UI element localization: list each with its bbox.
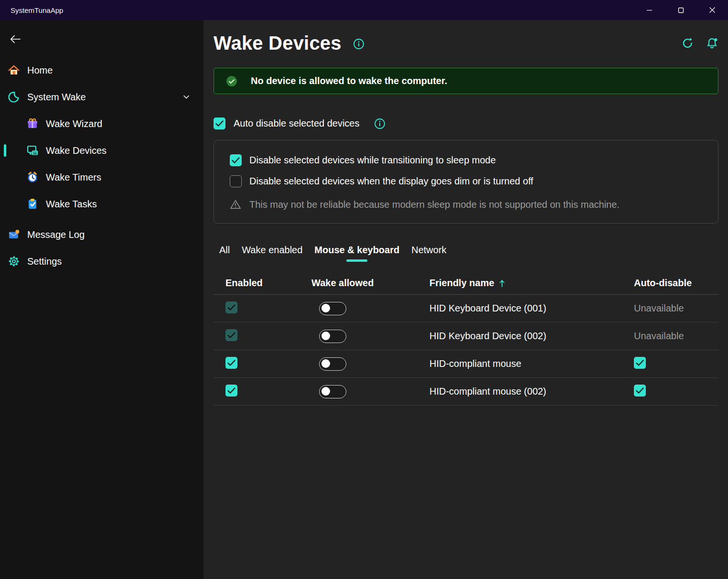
- sidebar-item-label: Wake Timers: [46, 172, 101, 183]
- options-panel: Disable selected devices while transitio…: [214, 140, 718, 224]
- sidebar-item-label: Message Log: [27, 229, 85, 240]
- tab-network[interactable]: Network: [410, 243, 447, 263]
- tab-label: All: [219, 245, 230, 255]
- maximize-icon: [678, 7, 684, 13]
- tab-wake-enabled[interactable]: Wake enabled: [241, 243, 303, 263]
- auto-disable-info-icon[interactable]: [374, 118, 385, 129]
- page-header: Wake Devices: [214, 30, 718, 56]
- table-row: HID-compliant mouse: [214, 350, 718, 378]
- selected-indicator: [4, 144, 6, 157]
- status-banner: No device is allowed to wake the compute…: [214, 68, 718, 94]
- tab-label: Network: [411, 245, 446, 255]
- tab-label: Mouse & keyboard: [314, 245, 399, 255]
- sidebar-item-label: Wake Tasks: [46, 199, 97, 210]
- alarm-clock-icon: [26, 171, 39, 183]
- close-button[interactable]: [696, 0, 728, 20]
- minimize-icon: [646, 7, 653, 13]
- titlebar: SystemTunaApp: [0, 0, 728, 20]
- sleep-mode-checkbox[interactable]: [230, 154, 242, 166]
- enabled-checkbox[interactable]: [225, 301, 237, 313]
- warning-text: This may not be reliable because modern …: [249, 199, 620, 210]
- mail-bell-icon: [8, 228, 20, 241]
- sidebar-item-label: Home: [27, 65, 53, 76]
- sidebar-item-label: Settings: [27, 256, 62, 267]
- sidebar-item-system-wake[interactable]: System Wake: [2, 85, 202, 109]
- wake-allowed-toggle[interactable]: [319, 302, 346, 315]
- option-row-sleep-mode: Disable selected devices while transitio…: [230, 154, 702, 166]
- option-label: Disable selected devices while transitio…: [249, 155, 496, 166]
- warning-row: This may not be reliable because modern …: [230, 199, 702, 210]
- column-header-wake-allowed[interactable]: Wake allowed: [311, 278, 429, 289]
- table-row: HID Keyboard Device (002) Unavailable: [214, 322, 718, 350]
- enabled-checkbox[interactable]: [225, 329, 237, 341]
- back-button[interactable]: [8, 32, 23, 47]
- device-name: HID-compliant mouse: [429, 358, 634, 369]
- sidebar-item-wake-tasks[interactable]: Wake Tasks: [2, 192, 202, 216]
- table-row: HID Keyboard Device (001) Unavailable: [214, 295, 718, 322]
- sidebar-item-home[interactable]: Home: [2, 58, 202, 82]
- column-header-enabled[interactable]: Enabled: [225, 278, 311, 289]
- auto-disable-checkbox[interactable]: [634, 357, 646, 369]
- tab-mouse-keyboard[interactable]: Mouse & keyboard: [313, 243, 400, 263]
- enabled-checkbox[interactable]: [225, 357, 237, 369]
- sidebar-nav: Home System Wake: [0, 58, 203, 273]
- minimize-button[interactable]: [633, 0, 665, 20]
- banner-text: No device is allowed to wake the compute…: [251, 75, 447, 86]
- table-row: HID-compliant mouse (002): [214, 378, 718, 406]
- notifications-bell-icon[interactable]: [706, 37, 718, 50]
- auto-disable-label: Auto disable selected devices: [234, 118, 360, 129]
- auto-disable-status: Unavailable: [634, 331, 718, 342]
- auto-disable-checkbox[interactable]: [214, 118, 225, 129]
- auto-disable-status: Unavailable: [634, 303, 718, 314]
- moon-icon: [8, 91, 20, 103]
- tab-label: Wake enabled: [242, 245, 302, 255]
- device-name: HID-compliant mouse (002): [429, 386, 634, 397]
- sort-ascending-icon: [498, 279, 506, 288]
- home-icon: [8, 64, 20, 76]
- option-row-display-dim: Disable selected devices when the displa…: [230, 175, 702, 187]
- back-arrow-icon: [9, 33, 21, 45]
- display-dim-checkbox[interactable]: [230, 175, 242, 187]
- column-header-friendly-name[interactable]: Friendly name: [429, 278, 634, 289]
- window-controls: [633, 0, 728, 20]
- sidebar-item-settings[interactable]: Settings: [2, 249, 202, 273]
- device-name: HID Keyboard Device (001): [429, 303, 634, 314]
- wake-allowed-toggle[interactable]: [319, 385, 346, 398]
- toggle-knob: [321, 332, 330, 340]
- page-title: Wake Devices: [214, 32, 342, 54]
- sidebar-item-label: Wake Wizard: [46, 118, 102, 129]
- column-header-auto-disable[interactable]: Auto-disable: [634, 278, 718, 289]
- sidebar-item-label: System Wake: [27, 92, 86, 103]
- wake-allowed-toggle[interactable]: [319, 357, 346, 371]
- tab-all[interactable]: All: [218, 243, 231, 263]
- success-check-icon: [226, 75, 237, 87]
- device-name: HID Keyboard Device (002): [429, 331, 634, 342]
- option-label: Disable selected devices when the displa…: [249, 176, 533, 187]
- toggle-knob: [321, 387, 330, 396]
- refresh-icon[interactable]: [681, 37, 694, 50]
- page-info-icon[interactable]: [353, 38, 364, 50]
- sidebar-item-message-log[interactable]: Message Log: [2, 223, 202, 247]
- devices-table: Enabled Wake allowed Friendly name Auto-…: [214, 272, 718, 406]
- sidebar-item-label: Wake Devices: [46, 145, 107, 156]
- sidebar-item-wake-timers[interactable]: Wake Timers: [2, 165, 202, 189]
- devices-icon: [26, 144, 39, 157]
- chevron-down-icon: [182, 92, 191, 102]
- app-title: SystemTunaApp: [0, 6, 63, 14]
- table-header: Enabled Wake allowed Friendly name Auto-…: [214, 272, 718, 295]
- header-actions: [681, 37, 718, 50]
- sidebar-item-wake-devices[interactable]: Wake Devices: [2, 139, 202, 162]
- toggle-knob: [321, 359, 330, 368]
- wake-allowed-toggle[interactable]: [319, 330, 346, 343]
- sidebar-item-wake-wizard[interactable]: Wake Wizard: [2, 112, 202, 136]
- gear-icon: [8, 255, 20, 268]
- auto-disable-row: Auto disable selected devices: [214, 117, 718, 129]
- close-icon: [709, 7, 716, 13]
- main-content: Wake Devices: [203, 20, 728, 579]
- enabled-checkbox[interactable]: [225, 385, 237, 397]
- device-filter-tabs: All Wake enabled Mouse & keyboard Networ…: [214, 243, 718, 263]
- warning-triangle-icon: [230, 199, 241, 210]
- toggle-knob: [321, 304, 330, 312]
- auto-disable-checkbox[interactable]: [634, 385, 646, 397]
- maximize-button[interactable]: [665, 0, 696, 20]
